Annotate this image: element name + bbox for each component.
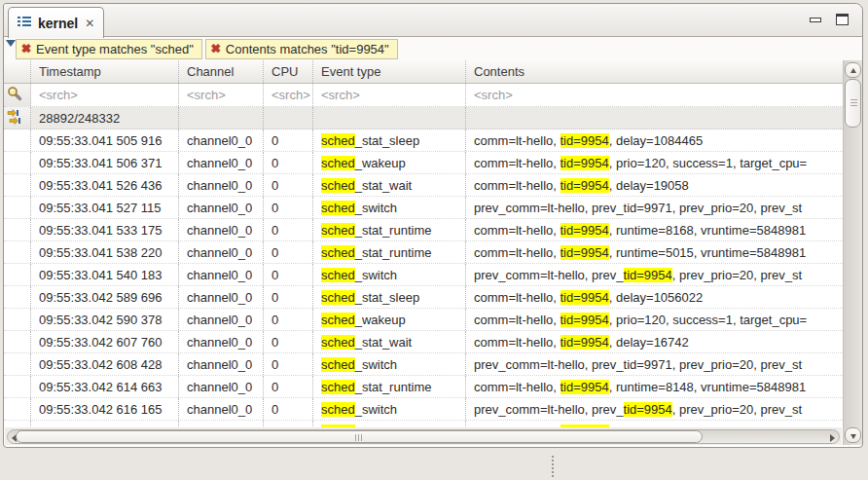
cpu-cell: 0 [264,129,313,151]
cpu-cell: 0 [264,286,313,308]
timestamp-cell: 09:55:33.041 533 175 [31,219,179,240]
event-type-cell: sched_stat_wait [313,174,466,196]
cpu-cell: 0 [264,241,313,263]
table-row[interactable]: 09:55:33.042 616 165channel0_00sched_swi… [4,398,843,421]
search-input-contents[interactable]: <srch> [466,84,843,106]
row-icon-cell [4,264,31,285]
scroll-down-button[interactable] [845,427,861,443]
search-input-channel[interactable]: <srch> [179,84,264,106]
match-highlight: tid=9954 [561,156,609,170]
scroll-up-button[interactable] [845,62,861,78]
cpu-cell: 0 [264,331,313,352]
contents-cell: comm=lt-hello, tid=9954, runtime=8168, v… [466,219,843,240]
timestamp-cell: 09:55:33.042 716 273 [31,421,179,427]
table-row[interactable]: 09:55:33.041 526 436channel0_00sched_sta… [4,174,843,197]
channel-cell: channel0_0 [179,331,264,352]
vertical-scrollbar-thumb[interactable] [845,79,861,128]
table-row[interactable]: 09:55:33.041 533 175channel0_00sched_sta… [4,219,843,241]
filter-bar-collapse-icon[interactable] [6,40,16,47]
match-highlight: tid=9954 [561,335,609,350]
table-row[interactable]: 09:55:33.042 614 663channel0_00sched_sta… [4,376,843,398]
maximize-button[interactable] [836,14,849,25]
horizontal-scrollbar-thumb[interactable] [16,430,703,443]
row-icon-cell [4,398,31,420]
table-row[interactable]: 09:55:33.042 716 273channel0_00sched_sta… [4,421,843,427]
filter-chip-0: ✖Event type matches "sched" [16,39,202,59]
row-icon-cell [4,353,31,375]
scroll-right-icon[interactable] [830,434,835,442]
timestamp-cell: 09:55:33.042 590 378 [31,309,179,330]
column-header-event-type[interactable]: Event type [313,60,466,83]
contents-cell: comm=lt-hello, tid=9954, prio=120, succe… [466,152,843,173]
row-icon-cell [4,219,31,240]
event-type-cell: sched_switch [313,197,466,218]
event-type-cell: sched_stat_wait [313,331,466,352]
horizontal-scrollbar-track[interactable] [7,429,840,444]
column-header-cpu[interactable]: CPU [264,60,313,83]
match-highlight: tid=9954 [624,402,672,417]
remove-filter-icon[interactable]: ✖ [211,43,221,55]
vertical-scrollbar[interactable] [843,60,862,445]
tab-title: kernel [38,16,78,31]
channel-cell: channel0_0 [179,264,264,285]
event-type-cell: sched_stat_sleep [313,286,466,308]
table-row[interactable]: 09:55:33.041 505 916channel0_00sched_sta… [4,129,843,152]
match-highlight: sched [321,402,355,417]
match-highlight: tid=9954 [561,313,609,327]
timestamp-cell: 09:55:33.041 506 371 [31,152,179,173]
row-icon-cell [4,376,31,397]
contents-cell: comm=lt-hello, tid=9954, delay=1056022 [466,286,843,308]
table-row[interactable]: 09:55:33.042 607 760channel0_00sched_sta… [4,331,843,353]
table-row[interactable]: 09:55:33.041 540 183channel0_00sched_swi… [4,264,843,286]
timestamp-cell: 09:55:33.041 540 183 [31,264,179,285]
table-row[interactable]: 09:55:33.042 590 378channel0_00sched_wak… [4,309,843,331]
table-row[interactable]: 09:55:33.041 506 371channel0_00sched_wak… [4,152,843,174]
channel-cell: channel0_0 [179,353,264,375]
row-icon-cell [4,129,31,151]
tab-kernel[interactable]: kernel ✕ [8,7,104,38]
table-row[interactable]: 09:55:33.041 527 115channel0_00sched_swi… [4,197,843,219]
tab-close-icon[interactable]: ✕ [85,18,94,29]
remove-filter-icon[interactable]: ✖ [21,43,31,55]
search-input-event-type[interactable]: <srch> [313,84,466,106]
search-input-timestamp[interactable]: <srch> [31,84,179,106]
sash-drag-handle[interactable] [552,456,554,477]
event-type-cell: sched_stat_sleep [313,421,466,427]
maximize-icon [836,14,849,25]
cpu-cell: 0 [264,353,313,375]
minimize-button[interactable] [810,18,821,22]
contents-cell: prev_comm=lt-hello, prev_tid=9954, prev_… [466,398,843,420]
row-icon-cell [4,286,31,308]
table-header-row: TimestampChannelCPUEvent typeContents [4,60,843,84]
contents-cell: comm=lt-hello, tid=9954, prio=120, succe… [466,309,843,330]
column-header-channel[interactable]: Channel [179,60,264,83]
match-highlight: tid=9954 [561,133,609,148]
contents-cell: prev_comm=lt-hello, prev_tid=9971, prev_… [466,353,843,375]
match-highlight: sched [321,201,355,215]
table-row[interactable]: 09:55:33.042 608 428channel0_00sched_swi… [4,353,843,376]
table-row[interactable]: 09:55:33.041 538 220channel0_00sched_sta… [4,241,843,264]
row-icon-cell [4,421,31,427]
horizontal-scrollbar[interactable] [5,427,842,445]
filter-chip-label: Event type matches "sched" [36,42,194,56]
row-icon-cell [4,331,31,352]
search-input-cpu[interactable]: <srch> [264,84,313,106]
table-rows-viewport: 09:55:33.041 505 916channel0_00sched_sta… [4,129,843,427]
contents-cell: prev_comm=lt-hello, prev_tid=9954, prev_… [466,264,843,285]
cpu-cell: 0 [264,398,313,420]
scroll-up-icon [850,68,856,73]
column-header-contents[interactable]: Contents [466,60,843,83]
event-type-cell: sched_wakeup [313,152,466,173]
channel-cell: channel0_0 [179,197,264,218]
filter-status-row[interactable]: 28892/248332 [4,107,843,129]
column-header-timestamp[interactable]: Timestamp [31,60,179,83]
empty-cell [313,107,466,129]
match-highlight: tid=9954 [561,223,609,238]
table-row[interactable]: 09:55:33.042 589 696channel0_00sched_sta… [4,286,843,309]
contents-cell: comm=lt-hello, tid=9954, runtime=5015, v… [466,241,843,263]
filter-chips: ✖Event type matches "sched"✖Contents mat… [16,39,401,59]
search-row-icon-cell [4,84,31,106]
match-highlight: tid=9954 [561,245,609,260]
timestamp-cell: 09:55:33.041 505 916 [31,129,179,151]
row-icon-cell [4,152,31,173]
